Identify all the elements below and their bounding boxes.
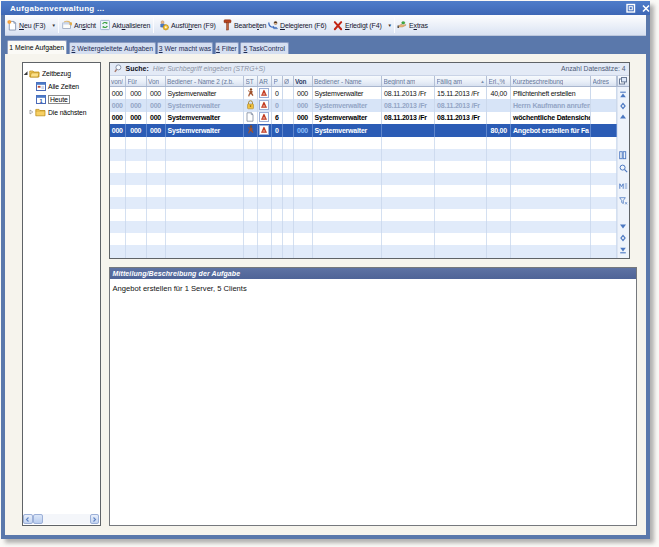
cell-von-: 000	[110, 87, 127, 99]
toolbar-button-ansicht[interactable]: Ansicht	[62, 15, 96, 35]
empty-cell	[487, 137, 511, 149]
cell-bediener-name-2-z-b-: Systemverwalter	[166, 124, 245, 136]
search-icon[interactable]	[619, 164, 628, 173]
tab-5[interactable]: 5 TaskControl	[240, 42, 289, 54]
tree-item-heute[interactable]: 1Heute	[29, 93, 70, 106]
column-header-erl-[interactable]: Erl.,%	[487, 76, 511, 86]
empty-cell	[258, 245, 273, 257]
cell-p: 6	[272, 112, 283, 124]
expander-expanded-icon[interactable]	[23, 70, 28, 77]
empty-cell	[244, 185, 258, 197]
go-last-icon[interactable]	[619, 245, 628, 254]
column-header-von[interactable]: Von	[294, 76, 313, 86]
column-header-beginnt-am[interactable]: Beginnt am	[382, 76, 435, 86]
column-header--[interactable]: Ø	[283, 76, 294, 86]
record-count: Anzahl Datensätze: 4	[561, 65, 626, 72]
dropdown-arrow-icon[interactable]: ▼	[51, 23, 55, 28]
page-up-icon[interactable]	[619, 101, 628, 110]
padlock-icon	[246, 100, 255, 111]
toolbar-button-label: Bearbeiten	[234, 22, 266, 29]
dropdown-arrow-icon[interactable]: ▼	[388, 23, 392, 28]
column-header-bediener-name[interactable]: Bediener - Name	[313, 76, 383, 86]
scroll-left-icon[interactable]	[23, 514, 33, 524]
tab-label: 2 Weitergeleitete Aufgaben	[72, 45, 154, 52]
tree-item-zeitbezug[interactable]: Zeitbezug	[23, 67, 71, 80]
search-label: Suche:	[126, 65, 149, 72]
column-header-adres[interactable]: Adres	[591, 76, 617, 86]
empty-cell	[591, 233, 617, 245]
empty-cell	[283, 173, 294, 185]
column-header-kurzbeschreibung[interactable]: Kurzbeschreibung	[511, 76, 591, 86]
empty-cell	[110, 209, 127, 221]
page-down-icon[interactable]	[619, 233, 628, 242]
filter-icon[interactable]	[619, 196, 628, 205]
empty-cell	[313, 209, 383, 221]
tab-label: 1 Meine Aufgaben	[9, 44, 64, 51]
grid-header-row: von/FürVonBediener - Name 2 (z.b.STARPØV…	[110, 76, 618, 87]
empty-grid-stripe	[110, 137, 618, 149]
toolbar-button-ausfhren[interactable]: Ausführen (F9)	[159, 15, 216, 35]
grid-search-row[interactable]: Suche: Hier Suchbegriff eingeben (STRG+S…	[110, 63, 629, 77]
inplace-icon[interactable]	[619, 181, 628, 190]
column-header-st[interactable]: ST	[244, 76, 258, 86]
time-filter-tree: ZeitbezugAlle Zeiten1HeuteDie nächsten	[22, 62, 101, 526]
description-body[interactable]: Angebot erstellen für 1 Server, 5 Client…	[110, 279, 637, 298]
title-bar[interactable]: Aufgabenverwaltung ...	[1, 1, 650, 15]
column-header-bediener-name-2-z-b-[interactable]: Bediener - Name 2 (z.b.	[166, 76, 245, 86]
empty-cell	[511, 245, 591, 257]
empty-cell	[294, 173, 313, 185]
customize-icon[interactable]	[619, 151, 628, 160]
tree-horizontal-scrollbar[interactable]	[23, 514, 99, 524]
empty-cell	[258, 197, 273, 209]
cell--	[283, 87, 294, 99]
grid-row-4[interactable]: 000000000Systemverwalter0000Systemverwal…	[110, 124, 618, 136]
column-header-ar[interactable]: AR	[258, 76, 273, 86]
grid-row-1[interactable]: 000000000Systemverwalter0000Systemverwal…	[110, 87, 618, 99]
tab-4[interactable]: 4 Filter	[215, 42, 239, 54]
cell-kurzbeschreibung: Herrn Kaufmann anrufen	[511, 99, 591, 111]
empty-cell	[258, 149, 273, 161]
empty-grid-stripe	[110, 197, 618, 209]
empty-cell	[110, 149, 127, 161]
empty-cell	[110, 245, 127, 257]
go-first-icon[interactable]	[619, 90, 628, 99]
search-icon	[114, 64, 122, 74]
close-icon[interactable]	[641, 3, 651, 13]
column-header-f-r[interactable]: Für	[126, 76, 147, 86]
restore-icon[interactable]	[626, 3, 636, 13]
toolbar-button-neu[interactable]: Neu (F3)▼	[7, 15, 56, 35]
row-up-icon[interactable]	[619, 112, 628, 121]
cell-f-llig-am: 08.11.2013 /Fr	[435, 99, 487, 111]
empty-cell	[126, 221, 147, 233]
column-header-von[interactable]: Von	[147, 76, 166, 86]
toolbar-button-delegieren[interactable]: Delegieren (F6)	[268, 15, 326, 35]
toolbar-button-extras[interactable]: Extras	[397, 15, 428, 35]
search-placeholder[interactable]: Hier Suchbegriff eingeben (STRG+S)	[153, 65, 265, 72]
cell-erl-	[487, 112, 511, 124]
grid-row-3[interactable]: 000000000Systemverwalter6000Systemverwal…	[110, 112, 618, 124]
toolbar-button-erledigt[interactable]: Erledigt (F4)▼	[333, 15, 392, 35]
scrollbar-thumb[interactable]	[33, 514, 43, 524]
toolbar-button-aktualisieren[interactable]: Aktualisieren	[100, 15, 150, 35]
row-down-icon[interactable]	[619, 221, 628, 230]
empty-cell	[147, 185, 166, 197]
expander-collapsed-icon[interactable]	[29, 109, 34, 116]
tab-2[interactable]: 2 Weitergeleitete Aufgaben	[69, 42, 157, 54]
tree-item-die-n-chsten[interactable]: Die nächsten	[29, 106, 86, 119]
tree-item-alle-zeiten[interactable]: Alle Zeiten	[29, 80, 79, 93]
field-chooser-icon[interactable]	[617, 76, 629, 87]
column-header-p[interactable]: P	[272, 76, 283, 86]
grid-row-2[interactable]: 000000000Systemverwalter0000Systemverwal…	[110, 99, 618, 111]
empty-cell	[313, 233, 383, 245]
empty-cell	[487, 245, 511, 257]
cell--	[283, 112, 294, 124]
column-header-f-llig-am[interactable]: Fällig am▲	[435, 76, 487, 86]
cell-von: 000	[294, 124, 313, 136]
column-header-von-[interactable]: von/	[110, 76, 127, 86]
scroll-right-icon[interactable]	[90, 514, 100, 524]
tab-1[interactable]: 1 Meine Aufgaben	[7, 40, 68, 54]
toolbar-button-bearbeiten[interactable]: Bearbeiten	[222, 15, 266, 35]
empty-cell	[435, 221, 487, 233]
cell-adres	[591, 124, 617, 136]
tab-3[interactable]: 3 Wer macht was	[157, 42, 213, 54]
